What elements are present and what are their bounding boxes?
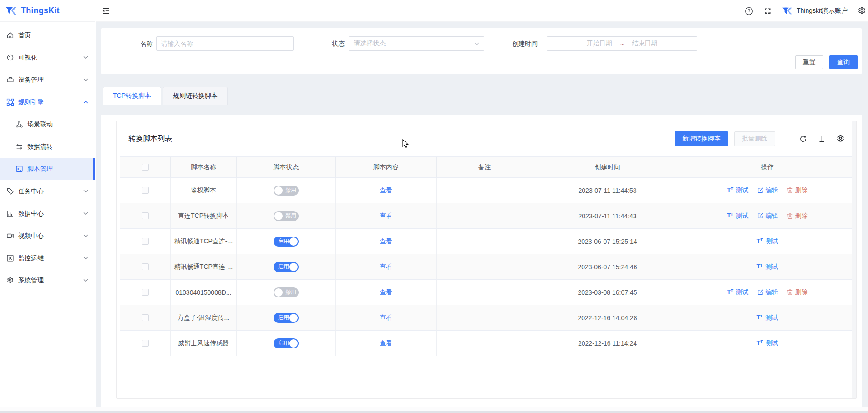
view-link[interactable]: 查看 [380,339,392,348]
view-link[interactable]: 查看 [380,186,392,195]
chevron-down-icon [83,234,88,237]
column-header-actions: 操作 [682,157,853,178]
row-checkbox[interactable] [142,314,149,321]
script-content-cell: 查看 [336,305,437,331]
row-height-icon[interactable] [817,135,826,143]
edit-action[interactable]: 编辑 [757,288,778,297]
actions-cell: TT 测试 [682,305,853,331]
help-icon[interactable] [745,7,753,15]
column-settings-icon[interactable] [836,135,845,143]
topbar: Thingskit演示账户 [96,0,868,22]
end-date-placeholder: 结束日期 [632,40,657,48]
view-link[interactable]: 查看 [380,212,392,220]
script-content-cell: 查看 [336,203,437,229]
created-filter-label: 创建时间 [512,40,538,48]
sidebar-item-data-flow[interactable]: 数据流转 [0,136,95,158]
table-row: 方盒子-温湿度传... 启用 查看 2022-12-16 14:04:28 TT… [120,305,853,331]
row-checkbox[interactable] [142,187,149,194]
refresh-icon[interactable] [799,135,807,143]
date-range-picker[interactable]: 开始日期 ~ 结束日期 [547,36,697,51]
row-checkbox-cell [120,331,171,356]
toggle-knob [289,263,298,271]
status-filter-select[interactable]: 请选择状态 [349,36,484,51]
data-center-icon [6,210,14,217]
test-action[interactable]: TT 测试 [727,212,749,220]
add-script-button[interactable]: 新增转换脚本 [675,131,728,146]
sidebar-item-home[interactable]: 首页 [0,24,95,46]
row-checkbox[interactable] [142,238,149,245]
filter-actions: 重置 查询 [795,55,858,69]
script-status-cell: 禁用 [237,178,336,203]
sidebar-item-script-management[interactable]: 脚本管理 [0,158,95,180]
sidebar-item-visualization[interactable]: 可视化 [0,46,95,69]
status-toggle[interactable]: 禁用 [274,287,299,297]
tab-tcp-scripts[interactable]: TCP转换脚本 [103,87,161,105]
view-link[interactable]: 查看 [380,237,392,246]
test-action[interactable]: TT 测试 [757,237,778,246]
dashboard-icon [6,54,14,61]
sidebar-item-system-management[interactable]: 系统管理 [0,269,95,292]
status-toggle[interactable]: 禁用 [274,211,299,221]
status-toggle[interactable]: 启用 [274,313,299,323]
select-all-checkbox[interactable] [142,164,149,171]
test-icon: TT [727,187,734,194]
view-link[interactable]: 查看 [380,288,392,297]
row-checkbox[interactable] [142,289,149,296]
test-action[interactable]: TT 测试 [757,339,778,348]
logo[interactable]: ThingsKit [0,0,95,22]
status-toggle[interactable]: 启用 [274,338,299,348]
delete-action[interactable]: 删除 [787,186,808,195]
search-button[interactable]: 查询 [829,55,858,69]
delete-action[interactable]: 删除 [787,288,808,297]
edit-action[interactable]: 编辑 [757,212,778,220]
header-checkbox-cell [120,157,171,178]
table-row: 威盟士风速传感器 启用 查看 2022-12-16 11:14:24 TT 测试 [120,331,853,356]
table-row: 0103040150008D... 禁用 查看 2023-03-08 16:07… [120,280,853,305]
test-action[interactable]: TT 测试 [727,186,749,195]
toggle-knob [289,339,298,348]
status-toggle[interactable]: 启用 [274,262,299,272]
tab-rule-chain-scripts[interactable]: 规则链转换脚本 [163,87,228,105]
sidebar-item-monitor-ops[interactable]: 监控运维 [0,247,95,269]
account-menu[interactable]: Thingskit演示账户 [782,6,848,15]
name-filter-input[interactable] [156,36,294,51]
delete-action[interactable]: 删除 [787,212,808,220]
sidebar-collapse-icon[interactable] [101,6,111,16]
script-name: 精讯畅通TCP直连-... [171,229,237,254]
test-action[interactable]: TT 测试 [757,314,778,322]
sidebar-item-video-center[interactable]: 视频中心 [0,225,95,247]
sidebar-item-scene-linkage[interactable]: 场景联动 [0,113,95,136]
monitor-icon [6,254,14,262]
status-toggle[interactable]: 禁用 [274,186,299,196]
row-checkbox[interactable] [142,340,149,347]
fullscreen-icon[interactable] [763,7,772,15]
edit-action[interactable]: 编辑 [757,186,778,195]
remark-cell [437,331,533,356]
horizontal-scrollbar[interactable] [0,407,868,413]
sidebar-item-devices[interactable]: 设备管理 [0,69,95,91]
sidebar-item-data-center[interactable]: 数据中心 [0,202,95,225]
created-time-cell: 2023-07-11 11:44:43 [533,203,682,229]
test-icon: TT [757,238,764,245]
view-link[interactable]: 查看 [380,263,392,271]
vertical-scrollbar[interactable] [852,121,856,398]
date-separator: ~ [620,40,624,47]
status-toggle[interactable]: 启用 [274,237,299,247]
reset-button[interactable]: 重置 [795,55,823,69]
sidebar-item-rule-engine[interactable]: 规则引擎 [0,91,95,113]
test-action[interactable]: TT 测试 [727,288,749,297]
batch-delete-button[interactable]: 批量删除 [734,131,775,146]
test-action[interactable]: TT 测试 [757,263,778,271]
home-icon [6,31,14,39]
chevron-down-icon [83,257,88,260]
gear-icon[interactable] [858,7,866,15]
card-title: 转换脚本列表 [128,134,172,144]
status-filter-label: 状态 [332,40,345,48]
toggle-knob [274,212,283,220]
sidebar-item-task-center[interactable]: 任务中心 [0,180,95,202]
toolbar-divider [785,136,785,142]
main-content: 名称 状态 请选择状态 创建时间 开始日期 ~ 结束日期 重置 查询 TCP转换 [96,22,868,407]
row-checkbox[interactable] [142,263,149,270]
view-link[interactable]: 查看 [380,314,392,322]
row-checkbox[interactable] [142,212,149,219]
